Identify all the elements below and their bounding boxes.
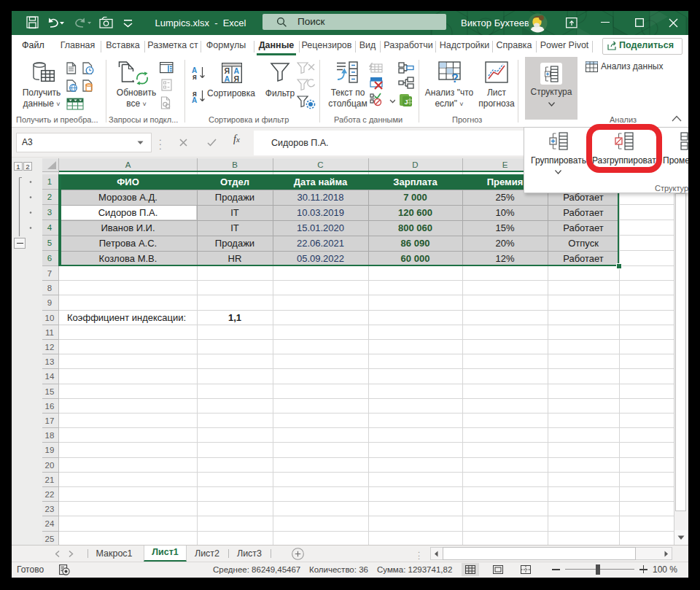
svg-text:J: J (405, 98, 408, 106)
svg-text:я: я (192, 73, 197, 81)
svg-text:А: А (225, 74, 230, 83)
svg-text:Я: Я (234, 74, 240, 83)
svg-text:А: А (192, 96, 197, 104)
svg-text:?: ? (451, 72, 459, 83)
